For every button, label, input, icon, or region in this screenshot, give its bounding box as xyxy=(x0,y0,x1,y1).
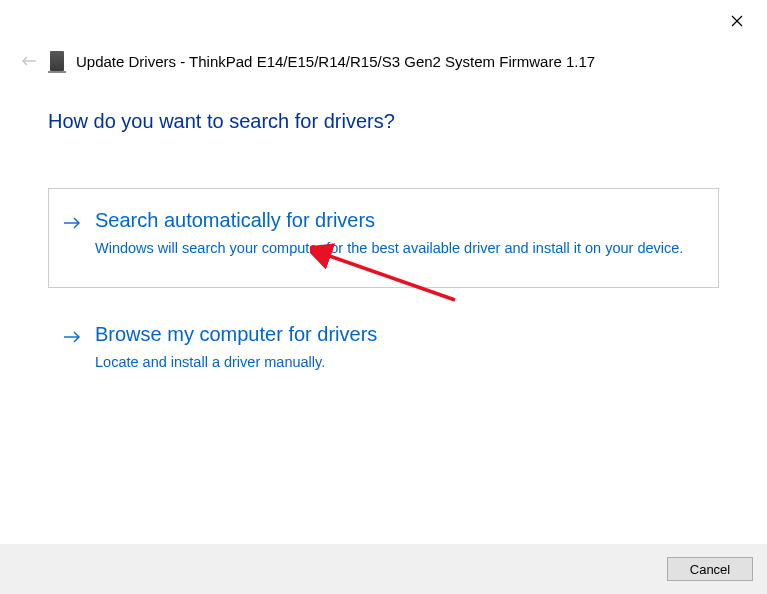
arrow-right-icon xyxy=(63,214,81,235)
close-icon xyxy=(731,15,743,27)
close-button[interactable] xyxy=(729,13,745,29)
arrow-right-icon xyxy=(63,328,81,349)
header: Update Drivers - ThinkPad E14/E15/R14/R1… xyxy=(20,51,595,71)
window-title: Update Drivers - ThinkPad E14/E15/R14/R1… xyxy=(76,53,595,70)
back-arrow-icon xyxy=(21,55,37,67)
page-heading: How do you want to search for drivers? xyxy=(48,110,719,133)
option-search-automatically[interactable]: Search automatically for drivers Windows… xyxy=(48,188,719,288)
content-area: How do you want to search for drivers? S… xyxy=(48,110,719,416)
cancel-button[interactable]: Cancel xyxy=(667,557,753,581)
option-title: Browse my computer for drivers xyxy=(95,323,704,346)
option-description: Windows will search your computer for th… xyxy=(95,238,704,259)
option-browse-computer[interactable]: Browse my computer for drivers Locate an… xyxy=(48,302,719,402)
option-title: Search automatically for drivers xyxy=(95,209,704,232)
footer: Cancel xyxy=(0,544,767,594)
device-icon xyxy=(50,51,64,71)
option-description: Locate and install a driver manually. xyxy=(95,352,704,373)
back-button[interactable] xyxy=(20,55,38,67)
